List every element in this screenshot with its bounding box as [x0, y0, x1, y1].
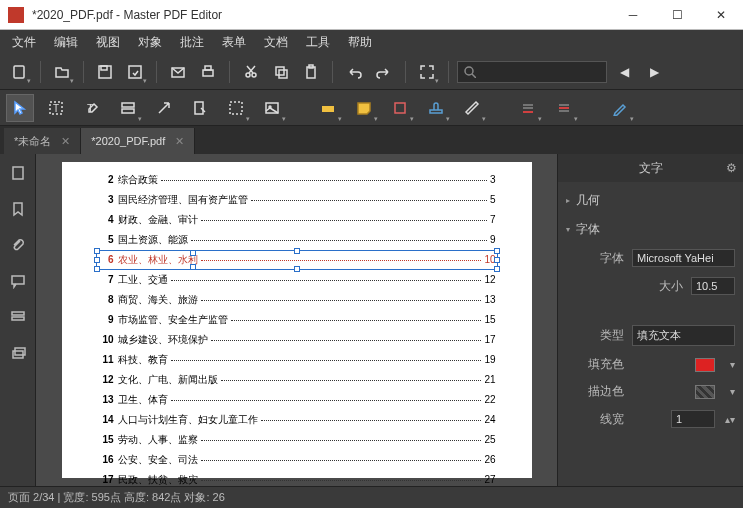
minimize-button[interactable]: ─	[611, 0, 655, 30]
note-tool[interactable]	[350, 94, 378, 122]
font-input[interactable]	[632, 249, 735, 267]
edit-object-tool[interactable]	[186, 94, 214, 122]
tab-document[interactable]: *2020_PDF.pdf✕	[81, 128, 195, 154]
new-button[interactable]	[6, 59, 32, 85]
toc-page: 13	[484, 294, 495, 305]
toc-line[interactable]: 12文化、广电、新闻出版21	[98, 373, 496, 387]
toc-number: 13	[98, 394, 114, 405]
toc-line[interactable]: 13卫生、体育22	[98, 393, 496, 407]
toc-line[interactable]: 2综合政策3	[98, 173, 496, 187]
menu-tools[interactable]: 工具	[298, 32, 338, 53]
forms-tool[interactable]	[114, 94, 142, 122]
fill-swatch[interactable]	[695, 358, 715, 372]
section-font[interactable]: 字体	[566, 215, 735, 244]
search-next-button[interactable]: ▶	[641, 59, 667, 85]
toc-line[interactable]: 10城乡建设、环境保护17	[98, 333, 496, 347]
toc-line[interactable]: 17民政、扶贫、救灾27	[98, 473, 496, 486]
resize-handle[interactable]	[190, 250, 196, 256]
menu-help[interactable]: 帮助	[340, 32, 380, 53]
tab-close-icon[interactable]: ✕	[175, 135, 184, 148]
comments-button[interactable]	[5, 268, 31, 294]
svg-rect-28	[12, 312, 24, 315]
cut-button[interactable]	[238, 59, 264, 85]
panel-options-icon[interactable]: ⚙	[726, 161, 737, 175]
email-button[interactable]	[165, 59, 191, 85]
maximize-button[interactable]: ☐	[655, 0, 699, 30]
menu-object[interactable]: 对象	[130, 32, 170, 53]
bookmarks-button[interactable]	[5, 196, 31, 222]
chevron-down-icon[interactable]: ▾	[723, 359, 735, 370]
saveas-button[interactable]	[122, 59, 148, 85]
zoom-button[interactable]	[414, 59, 440, 85]
measure-tool[interactable]	[458, 94, 486, 122]
toc-line[interactable]: 9市场监管、安全生产监管15	[98, 313, 496, 327]
menu-edit[interactable]: 编辑	[46, 32, 86, 53]
search-input[interactable]	[457, 61, 607, 83]
resize-handle[interactable]	[190, 264, 196, 270]
section-label: 字体	[576, 221, 600, 238]
print-button[interactable]	[195, 59, 221, 85]
svg-point-7	[246, 73, 250, 77]
type-value: 填充文本	[637, 328, 681, 343]
toc-line[interactable]: 5国土资源、能源9	[98, 233, 496, 247]
toc-line[interactable]: 6农业、林业、水利10	[98, 253, 496, 267]
underline-tool[interactable]	[514, 94, 542, 122]
text-tool[interactable]: T	[42, 94, 70, 122]
toc-line[interactable]: 4财政、金融、审计7	[98, 213, 496, 227]
thumbnails-button[interactable]	[5, 160, 31, 186]
document-viewport[interactable]: 2综合政策33国民经济管理、国有资产监管54财政、金融、审计75国土资源、能源9…	[36, 154, 557, 486]
stamp-tool[interactable]	[422, 94, 450, 122]
tab-unnamed[interactable]: *未命名✕	[4, 128, 81, 154]
toc-line[interactable]: 14人口与计划生育、妇女儿童工作24	[98, 413, 496, 427]
toc-line[interactable]: 8商贸、海关、旅游13	[98, 293, 496, 307]
linewidth-input[interactable]	[671, 410, 715, 428]
edit-text-tool[interactable]: T	[78, 94, 106, 122]
layers-button[interactable]	[5, 340, 31, 366]
toc-number: 16	[98, 454, 114, 465]
toc-line[interactable]: 15劳动、人事、监察25	[98, 433, 496, 447]
toc-line[interactable]: 16公安、安全、司法26	[98, 453, 496, 467]
attachments-button[interactable]	[5, 232, 31, 258]
close-button[interactable]: ✕	[699, 0, 743, 30]
left-sidebar	[0, 154, 36, 486]
toc-title: 工业、交通	[118, 273, 168, 287]
menu-document[interactable]: 文档	[256, 32, 296, 53]
menu-annotate[interactable]: 批注	[172, 32, 212, 53]
toc-page: 9	[490, 234, 496, 245]
size-input[interactable]	[691, 277, 735, 295]
toc-line[interactable]: 11科技、教育19	[98, 353, 496, 367]
stroke-swatch[interactable]	[695, 385, 715, 399]
paste-button[interactable]	[298, 59, 324, 85]
freehand-tool[interactable]	[606, 94, 634, 122]
shape-tool[interactable]	[386, 94, 414, 122]
select-tool[interactable]	[6, 94, 34, 122]
toc-title: 国土资源、能源	[118, 233, 188, 247]
menu-file[interactable]: 文件	[4, 32, 44, 53]
chevron-down-icon[interactable]: ▾	[723, 386, 735, 397]
toc-line[interactable]: 7工业、交通12	[98, 273, 496, 287]
stepper-icon[interactable]: ▴▾	[723, 414, 735, 425]
layers-icon	[10, 345, 26, 361]
tab-close-icon[interactable]: ✕	[61, 135, 70, 148]
highlight-tool[interactable]	[314, 94, 342, 122]
toc-line[interactable]: 3国民经济管理、国有资产监管5	[98, 193, 496, 207]
strikeout-tool[interactable]	[550, 94, 578, 122]
svg-point-8	[252, 73, 256, 77]
copy-button[interactable]	[268, 59, 294, 85]
fields-button[interactable]	[5, 304, 31, 330]
menu-forms[interactable]: 表单	[214, 32, 254, 53]
save-button[interactable]	[92, 59, 118, 85]
open-button[interactable]	[49, 59, 75, 85]
redo-button[interactable]	[371, 59, 397, 85]
search-prev-button[interactable]: ◀	[611, 59, 637, 85]
undo-button[interactable]	[341, 59, 367, 85]
toc-number: 17	[98, 474, 114, 485]
image-tool[interactable]	[258, 94, 286, 122]
link-tool[interactable]	[150, 94, 178, 122]
section-geometry[interactable]: 几何	[566, 186, 735, 215]
measure-icon	[464, 100, 480, 116]
type-select[interactable]: 填充文本	[632, 325, 735, 346]
menu-view[interactable]: 视图	[88, 32, 128, 53]
crop-tool[interactable]	[222, 94, 250, 122]
email-icon	[170, 64, 186, 80]
